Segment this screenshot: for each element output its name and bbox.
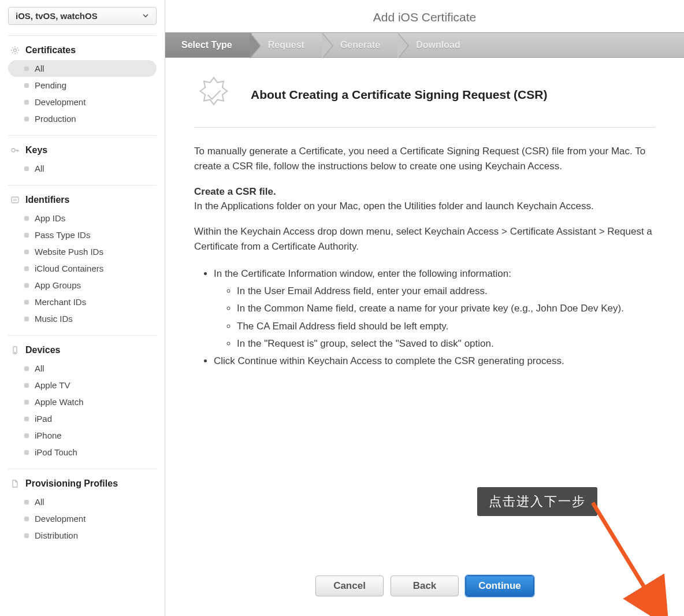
sidebar-item-apple-watch[interactable]: Apple Watch: [8, 394, 157, 410]
sidebar-item-development[interactable]: Development: [8, 510, 157, 527]
sidebar-item-label: Pass Type IDs: [35, 230, 90, 240]
sidebar-item-all[interactable]: All: [8, 360, 157, 377]
bullet-icon: [24, 117, 29, 121]
sidebar-item-ipad[interactable]: iPad: [8, 410, 157, 427]
list-item: The CA Email Address field should be lef…: [237, 319, 655, 334]
bullet-icon: [24, 383, 29, 388]
page-title: Add iOS Certificate: [165, 0, 684, 32]
sidebar-item-merchant-ids[interactable]: Merchant IDs: [8, 294, 157, 310]
sidebar-item-development[interactable]: Development: [8, 94, 157, 110]
continue-button[interactable]: Continue: [466, 576, 534, 596]
certificate-badge-icon: [194, 75, 233, 114]
sidebar-item-label: All: [35, 497, 44, 507]
sidebar-item-all[interactable]: All: [8, 493, 157, 510]
sidebar-item-label: Pending: [35, 80, 66, 90]
section-header-provisioning-profiles[interactable]: Provisioning Profiles: [8, 475, 157, 492]
step-bar: Select TypeRequestGenerateDownload: [165, 32, 684, 58]
bullet-icon: [24, 100, 29, 105]
bullet-icon: [24, 283, 29, 288]
bullet-icon: [24, 250, 29, 254]
sidebar-item-label: Apple Watch: [35, 397, 84, 407]
section-title: Certificates: [25, 45, 76, 55]
svg-point-1: [12, 149, 15, 152]
sidebar-item-label: Distribution: [35, 530, 78, 540]
sidebar-item-label: Development: [35, 514, 86, 524]
sidebar-item-label: Apple TV: [35, 380, 70, 390]
intro-paragraph: To manually generate a Certificate, you …: [194, 144, 655, 175]
platform-selector-label: iOS, tvOS, watchOS: [16, 11, 98, 21]
bullet-icon: [24, 166, 29, 171]
svg-point-0: [14, 49, 17, 52]
sidebar-item-app-ids[interactable]: App IDs: [8, 210, 157, 227]
csr-para-3: Within the Keychain Access drop down men…: [194, 224, 655, 255]
annotation-callout: 点击进入下一步: [477, 487, 597, 516]
section-title: Keys: [25, 145, 47, 155]
section-header-keys[interactable]: Keys: [8, 142, 157, 159]
list-item: In the Certificate Information window, e…: [214, 266, 655, 281]
sidebar-item-icloud-containers[interactable]: iCloud Containers: [8, 260, 157, 277]
bullet-icon: [24, 433, 29, 438]
sidebar-item-iphone[interactable]: iPhone: [8, 427, 157, 444]
bullet-icon: [24, 300, 29, 305]
sidebar-item-label: All: [35, 363, 44, 373]
sidebar-item-label: App IDs: [35, 213, 65, 223]
sidebar-item-label: All: [35, 164, 44, 173]
bullet-icon: [24, 417, 29, 421]
csr-para-2: In the Applications folder on your Mac, …: [194, 199, 655, 214]
sidebar-item-all[interactable]: All: [8, 60, 157, 77]
bullet-icon: [24, 517, 29, 521]
sidebar-item-ipod-touch[interactable]: iPod Touch: [8, 444, 157, 461]
sidebar-item-label: Development: [35, 97, 86, 107]
sidebar-item-apple-tv[interactable]: Apple TV: [8, 377, 157, 394]
section-header-certificates[interactable]: Certificates: [8, 42, 157, 59]
sidebar-item-label: All: [35, 64, 44, 73]
instruction-list: In the Certificate Information window, e…: [194, 266, 655, 369]
step-download[interactable]: Download: [400, 33, 479, 57]
sidebar-item-label: Production: [35, 114, 76, 124]
step-select-type[interactable]: Select Type: [165, 33, 252, 57]
gear-icon: [10, 46, 20, 55]
section-header-identifiers[interactable]: IDIdentifiers: [8, 191, 157, 209]
bullet-icon: [24, 366, 29, 371]
sidebar-item-all[interactable]: All: [8, 160, 157, 177]
bullet-icon: [24, 500, 29, 504]
back-button[interactable]: Back: [391, 576, 459, 596]
list-item: In the Common Name field, create a name …: [237, 301, 655, 316]
main-panel: Add iOS Certificate Select TypeRequestGe…: [165, 0, 684, 616]
bullet-icon: [24, 533, 29, 538]
bullet-icon: [24, 317, 29, 321]
svg-text:ID: ID: [13, 198, 17, 202]
sidebar-item-distribution[interactable]: Distribution: [8, 527, 157, 544]
step-request[interactable]: Request: [252, 33, 324, 57]
sidebar-item-label: Website Push IDs: [35, 247, 103, 257]
section-title: Devices: [25, 345, 61, 355]
bullet-icon: [24, 83, 29, 88]
sidebar-item-label: Merchant IDs: [35, 297, 86, 307]
sidebar-item-label: iPad: [35, 414, 52, 424]
sidebar-item-app-groups[interactable]: App Groups: [8, 277, 157, 294]
sidebar: iOS, tvOS, watchOS CertificatesAllPendin…: [0, 0, 165, 616]
list-item: Click Continue within Keychain Access to…: [214, 354, 655, 369]
sidebar-item-pending[interactable]: Pending: [8, 77, 157, 94]
sidebar-item-pass-type-ids[interactable]: Pass Type IDs: [8, 227, 157, 243]
sidebar-item-website-push-ids[interactable]: Website Push IDs: [8, 243, 157, 260]
hero-title: About Creating a Certificate Signing Req…: [251, 88, 547, 102]
list-item: In the User Email Address field, enter y…: [237, 284, 655, 299]
step-generate[interactable]: Generate: [324, 33, 400, 57]
list-item: In the "Request is" group, select the "S…: [237, 336, 655, 351]
bullet-icon: [24, 450, 29, 455]
sidebar-item-production[interactable]: Production: [8, 110, 157, 127]
bullet-icon: [24, 266, 29, 271]
device-icon: [10, 346, 20, 355]
sidebar-item-music-ids[interactable]: Music IDs: [8, 310, 157, 327]
section-header-devices[interactable]: Devices: [8, 342, 157, 359]
sidebar-item-label: Music IDs: [35, 314, 73, 324]
sidebar-item-label: iPod Touch: [35, 447, 77, 457]
platform-selector[interactable]: iOS, tvOS, watchOS: [8, 7, 157, 25]
cancel-button[interactable]: Cancel: [315, 576, 384, 596]
section-title: Identifiers: [25, 195, 69, 205]
nested-list: In the User Email Address field, enter y…: [214, 284, 655, 351]
key-icon: [10, 146, 20, 155]
button-row: Cancel Back Continue: [165, 565, 684, 609]
bullet-icon: [24, 400, 29, 405]
